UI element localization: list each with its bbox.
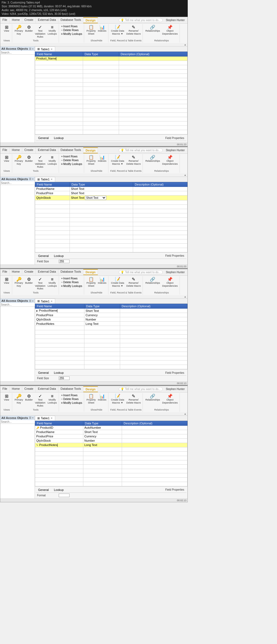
table-row[interactable]: Product_Name [35,57,187,61]
table-row[interactable] [35,473,187,477]
data-type-cell[interactable]: Currency [83,434,122,438]
property-sheet-btn-2[interactable]: 📋 PropertySheet [86,155,97,166]
modify-lookups-btn-1[interactable]: ≡ ModifyLookups [47,25,58,36]
table-row[interactable]: QtyInStock Short Text Short Text Long Te… [35,195,187,200]
panel-expand-icon-1[interactable]: « [32,47,34,50]
insert-rows-btn-4[interactable]: + Insert Rows [61,394,83,397]
general-tab-2[interactable]: General [36,254,51,258]
data-type-cell[interactable]: Short Text [83,430,122,434]
table-row[interactable]: ProductName Short Text [35,430,187,434]
modify-lookups-small-btn-3[interactable]: ≡ Modify Lookups [61,284,83,288]
view-btn-1[interactable]: ⊞ View [2,25,11,33]
collapse-arrow-2[interactable]: ▲ [184,174,186,176]
table-row[interactable] [35,460,187,464]
table-row[interactable] [35,200,187,204]
field-name-cell[interactable]: QtyInStock [35,195,70,200]
panel-menu-icon-4[interactable]: ☰ [29,416,31,419]
tab-external-1[interactable]: External Data [36,17,58,23]
data-type-cell[interactable]: Short Text [70,187,133,191]
property-sheet-btn-4[interactable]: 📋 PropertySheet [86,394,97,405]
data-type-cell[interactable]: AutoNumber [83,425,122,430]
field-name-cell[interactable]: ProductName [35,430,83,434]
search-input-2[interactable] [1,181,35,184]
property-sheet-btn-1[interactable]: 📋 PropertySheet [86,25,97,36]
table-row[interactable] [35,477,187,482]
tab-home-1[interactable]: Home [10,17,22,23]
view-btn-3[interactable]: ⊞ View [2,277,11,285]
table1-tab-4[interactable]: ⊞ Table1 ✕ [35,416,55,421]
lookup-tab-3[interactable]: Lookup [52,371,66,375]
table-row[interactable] [35,65,187,70]
table-row[interactable] [35,117,187,121]
lookup-tab-4[interactable]: Lookup [52,488,66,492]
table-row[interactable] [35,126,187,130]
table-row[interactable] [35,217,187,222]
test-validation-btn-2[interactable]: ✓ TestValidationRules [34,155,46,169]
tab-external-3[interactable]: External Data [36,269,58,275]
primary-key-btn-1[interactable]: 🔑 PrimaryKey [14,25,24,36]
field-name-cell[interactable]: ProductPrice [35,313,84,317]
table-row[interactable] [35,104,187,108]
field-name-cell[interactable]: ProductName [35,187,70,191]
panel-expand-icon-3[interactable]: « [32,299,34,302]
lookup-tab-1[interactable]: Lookup [52,136,66,140]
tab-dbtools-3[interactable]: Database Tools [58,269,84,275]
tell-me-bar-3[interactable]: 💡 Tell me what you want to do... [119,270,163,274]
table-row[interactable] [35,343,187,348]
tab-file-3[interactable]: File [0,269,10,275]
tab-file-2[interactable]: File [0,147,10,153]
table-row[interactable] [35,239,187,243]
close-tab-3[interactable]: ✕ [51,300,53,303]
tab-home-2[interactable]: Home [10,147,22,153]
table-row[interactable]: ProductPrice Currency [35,434,187,438]
field-name-cell[interactable]: ProductPrice [35,191,70,195]
general-tab-1[interactable]: General [36,136,51,140]
table-row[interactable]: 🔑 ProductID AutoNumber [35,425,187,430]
field-name-cell[interactable]: ✎ ProductNotes [35,443,83,447]
tell-me-bar-4[interactable]: 💡 Tell me what you want to do... [119,387,163,391]
tab-design-3[interactable]: Design [83,269,98,275]
tab-create-1[interactable]: Create [22,17,36,23]
relationships-btn-3[interactable]: 🔗 Relationships [144,277,161,285]
tab-dbtools-4[interactable]: Database Tools [58,386,84,392]
table-row[interactable] [35,74,187,78]
data-type-select-2[interactable]: Short Text Long Text Number Currency Aut… [85,196,106,200]
data-type-cell[interactable]: Short Text [84,309,120,313]
relationships-btn-2[interactable]: 🔗 Relationships [144,155,161,163]
table-row[interactable] [35,326,187,330]
modify-lookups-small-btn-2[interactable]: ≡ Modify Lookups [61,162,83,166]
table-row[interactable]: ProductPrice Currency [35,313,187,317]
object-deps-btn-1[interactable]: 📌 ObjectDependencies [161,25,179,36]
insert-rows-btn-3[interactable]: + Insert Rows [61,277,83,280]
delete-rows-btn-1[interactable]: − Delete Rows [61,28,83,32]
panel-menu-icon-2[interactable]: ☰ [29,177,31,180]
table-row[interactable] [35,456,187,460]
test-validation-btn-1[interactable]: ✓ TestValidationRules [34,25,46,39]
view-btn-4[interactable]: ⊞ View [2,394,11,402]
create-data-macros-btn-1[interactable]: 📝 Create DataMacros ▼ [110,25,125,36]
table-row[interactable] [35,356,187,361]
tab-external-4[interactable]: External Data [36,386,58,392]
create-data-macros-btn-2[interactable]: 📝 Create DataMacros ▼ [110,155,125,166]
tab-home-4[interactable]: Home [10,386,22,392]
search-input-3[interactable] [1,303,35,306]
tell-me-bar-1[interactable]: 💡 Tell me what you want to do... [119,18,163,22]
close-tab-1[interactable]: ✕ [51,48,53,51]
search-input-4[interactable] [1,420,35,423]
table-row[interactable] [35,95,187,100]
table-row[interactable] [35,222,187,226]
object-deps-btn-4[interactable]: 📌 ObjectDependencies [161,394,179,405]
table-row[interactable] [35,61,187,65]
builder-btn-4[interactable]: ⚙ Builder [24,394,34,402]
table-row[interactable] [35,70,187,74]
table-row[interactable]: QtyInStock Number [35,438,187,443]
close-tab-4[interactable]: ✕ [51,417,53,420]
data-type-cell[interactable] [83,57,119,61]
indexes-btn-3[interactable]: 📊 Indexes [97,277,107,285]
panel-menu-icon-3[interactable]: ☰ [29,299,31,302]
tab-design-2[interactable]: Design [83,147,98,153]
panel-expand-icon-2[interactable]: « [32,177,34,180]
field-name-cell[interactable]: Product_Name [35,57,83,61]
table-row[interactable] [35,91,187,95]
table-row[interactable] [35,348,187,352]
